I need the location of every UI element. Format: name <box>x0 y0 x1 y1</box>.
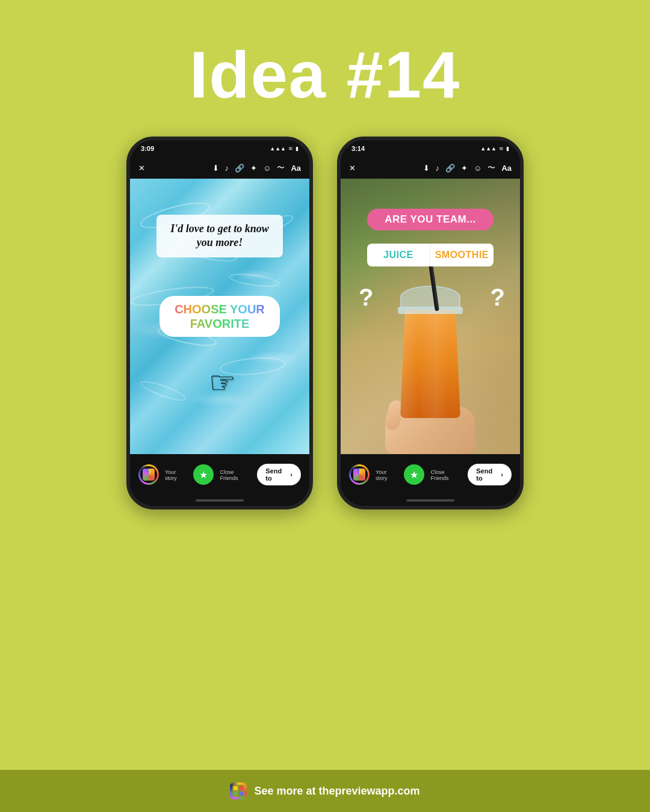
story-text: I'd love to get to know you more! <box>167 222 272 250</box>
right-close-friends-avatar[interactable]: ★ <box>404 464 424 485</box>
right-signal-icon: ▲▲▲ <box>480 146 497 152</box>
music-icon[interactable]: ♪ <box>225 164 229 173</box>
left-toolbar-icons: ⬇ ♪ 🔗 ✦ ☺ 〜 Aa <box>212 162 301 173</box>
left-text-box: I'd love to get to know you more! <box>156 215 283 257</box>
right-close-friends-label: Close Friends <box>430 469 462 481</box>
close-friends-avatar[interactable]: ★ <box>193 464 214 485</box>
battery-icon: ▮ <box>296 146 299 152</box>
choice-row: JUICE SMOOTHIE <box>367 244 494 266</box>
right-squiggle-icon[interactable]: 〜 <box>488 162 495 173</box>
your-story-label: Your story <box>165 469 187 481</box>
left-home-bar-line <box>196 499 244 502</box>
header: Idea #14 <box>190 36 460 112</box>
squiggle-icon[interactable]: 〜 <box>277 162 285 173</box>
left-status-icons: ▲▲▲ ≋ ▮ <box>270 146 299 152</box>
right-battery-icon: ▮ <box>506 146 509 152</box>
right-your-story-label-group: Your story <box>376 468 398 481</box>
right-story-toolbar[interactable]: ✕ ⬇ ♪ 🔗 ✦ ☺ 〜 Aa <box>341 157 520 179</box>
left-phone-notch <box>193 140 247 153</box>
right-send-to-button[interactable]: Send to › <box>468 464 512 485</box>
footer-text: See more at thepreviewapp.com <box>254 785 419 798</box>
pool-background: I'd love to get to know you more! CHOOSE… <box>130 179 309 454</box>
page-title: Idea #14 <box>190 36 460 112</box>
link-icon[interactable]: 🔗 <box>235 164 244 173</box>
are-you-text: ARE YOU TEAM... <box>379 214 481 226</box>
signal-icon: ▲▲▲ <box>270 146 286 152</box>
right-emoji-icon[interactable]: ☺ <box>474 164 481 173</box>
right-your-story-label: Your story <box>376 469 398 481</box>
emoji-icon[interactable]: ☺ <box>263 164 271 173</box>
footer-logo <box>230 783 247 799</box>
footer: See more at thepreviewapp.com <box>0 770 650 812</box>
close-friends-label-group: Close Friends <box>220 468 251 481</box>
left-send-to-label: Send to <box>265 467 288 482</box>
choose-line2: FAVORITE <box>170 316 269 331</box>
right-your-story-avatar[interactable] <box>349 464 370 485</box>
left-send-to-button[interactable]: Send to › <box>257 464 301 485</box>
right-music-icon[interactable]: ♪ <box>436 164 440 173</box>
left-phone: 3:09 ▲▲▲ ≋ ▮ ✕ ⬇ ♪ 🔗 ✦ ☺ 〜 Aa <box>126 137 313 509</box>
text-icon[interactable]: Aa <box>291 164 301 173</box>
right-text-icon[interactable]: Aa <box>501 164 512 173</box>
your-story-label-group: Your story <box>165 468 187 481</box>
right-phone: 3:14 ▲▲▲ ≋ ▮ ✕ ⬇ ♪ 🔗 ✦ ☺ 〜 Aa <box>337 137 524 509</box>
right-toolbar-icons: ⬇ ♪ 🔗 ✦ ☺ 〜 Aa <box>423 162 512 173</box>
smoothie-choice[interactable]: SMOOTHIE <box>430 244 494 266</box>
right-phone-bottom: Your story ★ Close Friends Send to › <box>341 454 520 495</box>
right-close-friends-label-group: Close Friends <box>430 468 462 481</box>
cursor-icon: ☞ <box>209 365 236 400</box>
download-icon[interactable]: ⬇ <box>212 164 219 173</box>
right-status-icons: ▲▲▲ ≋ ▮ <box>480 146 509 152</box>
right-send-to-arrow: › <box>501 471 503 478</box>
left-story-toolbar[interactable]: ✕ ⬇ ♪ 🔗 ✦ ☺ 〜 Aa <box>130 157 309 179</box>
close-friends-label: Close Friends <box>220 469 251 481</box>
right-phone-notch <box>403 140 457 153</box>
juice-choice[interactable]: JUICE <box>367 244 430 266</box>
choose-box: CHOOSE YOUR FAVORITE <box>159 296 280 337</box>
left-send-to-arrow: › <box>290 471 292 478</box>
left-story-content: I'd love to get to know you more! CHOOSE… <box>130 179 309 454</box>
right-link-icon[interactable]: 🔗 <box>445 164 455 173</box>
are-you-team-pill: ARE YOU TEAM... <box>367 209 494 230</box>
right-download-icon[interactable]: ⬇ <box>423 164 430 173</box>
left-home-bar <box>130 495 309 506</box>
phones-row: 3:09 ▲▲▲ ≋ ▮ ✕ ⬇ ♪ 🔗 ✦ ☺ 〜 Aa <box>126 137 524 770</box>
sparkle-icon[interactable]: ✦ <box>250 164 257 173</box>
right-sparkle-icon[interactable]: ✦ <box>461 164 468 173</box>
right-star-icon: ★ <box>410 469 418 481</box>
right-wifi-icon: ≋ <box>499 146 504 152</box>
right-home-bar <box>341 495 520 506</box>
left-phone-bottom: Your story ★ Close Friends Send to › <box>130 454 309 495</box>
close-icon[interactable]: ✕ <box>138 164 145 173</box>
smoothie-background: ARE YOU TEAM... JUICE SMOOTHIE ? ? <box>341 179 520 454</box>
right-story-content: ARE YOU TEAM... JUICE SMOOTHIE ? ? <box>341 179 520 454</box>
right-home-bar-line <box>406 499 454 502</box>
your-story-avatar[interactable] <box>138 464 159 485</box>
question-mark-right: ? <box>491 284 505 311</box>
right-send-to-label: Send to <box>476 467 498 482</box>
left-time: 3:09 <box>141 145 154 152</box>
question-mark-left: ? <box>359 284 373 311</box>
wifi-icon: ≋ <box>288 146 293 152</box>
choose-line1: CHOOSE YOUR <box>170 302 269 316</box>
right-close-icon[interactable]: ✕ <box>349 164 356 173</box>
right-time: 3:14 <box>351 145 365 152</box>
star-icon: ★ <box>199 469 208 481</box>
